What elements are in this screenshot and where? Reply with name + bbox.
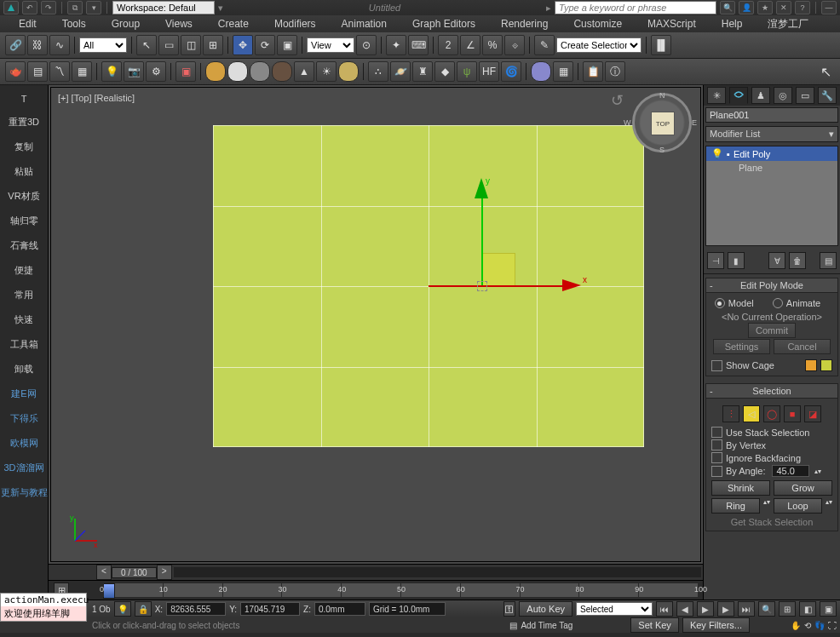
menu-maxscript[interactable]: MAXScript <box>636 16 708 32</box>
snap-2d-icon[interactable]: 2 <box>438 35 458 55</box>
signin-icon[interactable]: 👤 <box>739 1 754 14</box>
mirror-icon[interactable]: ▐▌ <box>651 35 671 55</box>
hf-icon[interactable]: HF <box>479 61 499 82</box>
nav-pan-icon[interactable]: ✋ <box>791 621 801 630</box>
selection-lock-icon[interactable]: 💡 <box>114 601 131 617</box>
angle-spinner[interactable]: 45.0 <box>772 465 809 477</box>
element-mode-icon[interactable]: ◪ <box>804 405 821 422</box>
show-cage-checkbox[interactable]: Show Cage <box>711 356 832 372</box>
pin-stack-icon[interactable]: ⊣ <box>707 252 724 269</box>
gizmo-x-arrow-icon[interactable] <box>562 279 581 291</box>
camera-icon[interactable]: 📷 <box>124 61 144 82</box>
polygon-mode-icon[interactable]: ■ <box>784 405 801 422</box>
ignore-backfacing-checkbox[interactable]: Ignore Backfacing <box>711 451 832 464</box>
snap-spinner-icon[interactable]: ⟐ <box>504 35 525 55</box>
stack-item[interactable]: 💡▪Edit Poly <box>706 146 837 161</box>
redo-icon[interactable]: ↷ <box>41 1 56 14</box>
light-icon[interactable]: 💡 <box>101 61 122 82</box>
shelf-item[interactable]: T <box>0 89 48 109</box>
tab-utilities-icon[interactable]: 🔧 <box>818 87 837 104</box>
shelf-link[interactable]: 3D溜溜网 <box>0 456 48 479</box>
goto-end-icon[interactable]: ⏭ <box>738 601 755 617</box>
shelf-item[interactable]: 石膏线 <box>0 234 48 257</box>
move-tool-icon[interactable]: ✥ <box>233 35 253 55</box>
shelf-item[interactable]: VR材质 <box>0 185 48 208</box>
play-icon[interactable]: ▶ <box>697 601 714 617</box>
app-icon[interactable] <box>3 1 19 14</box>
shelf-item[interactable]: 快速 <box>0 308 48 331</box>
link-tool-icon[interactable]: 🔗 <box>5 35 26 55</box>
set-key-button[interactable]: Set Key <box>630 617 679 633</box>
time-slider-thumb[interactable]: 0 / 100 <box>112 567 157 578</box>
menu-animation[interactable]: Animation <box>330 16 399 32</box>
nav-zoom-icon[interactable]: 🔍 <box>758 601 775 617</box>
by-angle-checkbox[interactable]: By Angle: 45.0 ▴▾ <box>711 464 832 478</box>
rollout-header[interactable]: -Selection <box>706 384 837 399</box>
snap-angle-icon[interactable]: ∠ <box>460 35 480 55</box>
menu-edit[interactable]: Edit <box>7 16 49 32</box>
add-time-tag[interactable]: Add Time Tag <box>521 621 572 630</box>
grass-icon[interactable]: ψ <box>457 61 477 82</box>
schematic-view-icon[interactable]: ▦ <box>72 61 92 82</box>
get-stack-selection-button[interactable]: Get Stack Selection <box>711 514 832 527</box>
bind-spacewarp-icon[interactable]: ∿ <box>49 35 70 55</box>
menu-create[interactable]: Create <box>206 16 261 32</box>
lock-icon[interactable]: 🔒 <box>135 601 152 617</box>
menu-tools[interactable]: Tools <box>50 16 98 32</box>
shelf-item[interactable]: 卸载 <box>0 358 48 381</box>
script-listener-icon[interactable]: ▤ <box>509 621 517 630</box>
timeline-current-marker[interactable] <box>103 583 115 599</box>
gears-icon[interactable]: ⚙ <box>146 61 166 82</box>
pivot-handle[interactable] <box>477 281 487 291</box>
shelf-item[interactable]: 常用 <box>0 284 48 307</box>
steering-wheel-icon[interactable]: ↺ <box>611 91 624 110</box>
x-coord-field[interactable]: 82636.555 <box>166 602 226 616</box>
tower-icon[interactable]: ♜ <box>412 61 433 82</box>
time-slider[interactable]: < 0 / 100 > <box>49 564 703 580</box>
nav-walk-icon[interactable]: 👣 <box>814 621 825 630</box>
help-icon[interactable]: ? <box>795 1 810 14</box>
unlink-tool-icon[interactable]: ⛓ <box>27 35 48 55</box>
rollout-header[interactable]: -Edit Poly Mode <box>706 278 837 293</box>
edge-mode-icon[interactable]: ◁ <box>743 405 760 422</box>
viewcube[interactable]: N E S W TOP <box>632 93 692 152</box>
select-object-icon[interactable]: ↖ <box>136 35 157 55</box>
modifier-list-dropdown[interactable]: Modifier List▾ <box>705 126 838 142</box>
timeline[interactable]: ⊞ 0102030405060708090100 <box>49 580 703 600</box>
timeline-ruler[interactable]: 0102030405060708090100 <box>103 583 698 597</box>
window-crossing-icon[interactable]: ⊞ <box>203 35 223 55</box>
y-coord-field[interactable]: 17045.719 <box>240 602 300 616</box>
tab-create-icon[interactable]: ✳ <box>707 87 726 104</box>
undo-icon[interactable]: ↶ <box>22 1 37 14</box>
key-icon[interactable]: ⚿ <box>503 601 515 617</box>
shrink-button[interactable]: Shrink <box>711 480 770 496</box>
nav-zoom-all-icon[interactable]: ⊞ <box>779 601 796 617</box>
key-filters-button[interactable]: Key Filters... <box>682 617 750 633</box>
ball-icon[interactable] <box>531 61 551 82</box>
next-frame-icon[interactable]: > <box>157 565 172 580</box>
auto-key-button[interactable]: Auto Key <box>519 601 572 617</box>
search-icon[interactable]: 🔍 <box>720 1 735 14</box>
menu-help[interactable]: Help <box>710 16 755 32</box>
rock-icon[interactable]: ◆ <box>434 61 455 82</box>
select-region-icon[interactable]: ◫ <box>181 35 201 55</box>
border-mode-icon[interactable]: ◯ <box>763 405 780 422</box>
minimize-icon[interactable]: — <box>821 1 837 14</box>
loop-button[interactable]: Loop <box>774 498 822 514</box>
menu-graph-editors[interactable]: Graph Editors <box>400 16 487 32</box>
show-end-result-icon[interactable]: ▮ <box>728 252 745 269</box>
mat-2-icon[interactable] <box>227 61 248 82</box>
goto-start-icon[interactable]: ⏮ <box>656 601 673 617</box>
rotate-tool-icon[interactable]: ⟳ <box>255 35 275 55</box>
link-icon[interactable]: ⧉ <box>67 1 83 14</box>
shelf-item[interactable]: 复制 <box>0 135 48 158</box>
viewcube-top-face[interactable]: TOP <box>651 112 675 135</box>
cone-icon[interactable]: ▲ <box>294 61 314 82</box>
info-icon[interactable]: ⓘ <box>605 61 625 82</box>
prev-frame-icon[interactable]: < <box>96 565 112 580</box>
snap-percent-icon[interactable]: % <box>482 35 503 55</box>
sun-icon[interactable]: ☀ <box>316 61 337 82</box>
scale-tool-icon[interactable]: ▣ <box>277 35 297 55</box>
menu-modifiers[interactable]: Modifiers <box>262 16 328 32</box>
menu-views[interactable]: Views <box>153 16 204 32</box>
